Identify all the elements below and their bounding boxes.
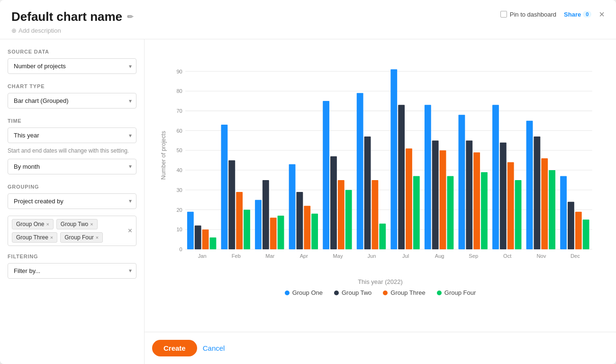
tag-group-four-label: Group Four bbox=[64, 234, 93, 241]
svg-rect-23 bbox=[202, 229, 209, 249]
by-select-wrapper: By month ▾ bbox=[8, 159, 136, 174]
svg-rect-39 bbox=[311, 214, 318, 249]
svg-rect-76 bbox=[560, 176, 567, 249]
tag-group-four-remove[interactable]: × bbox=[96, 235, 99, 240]
svg-rect-59 bbox=[447, 176, 453, 249]
svg-rect-66 bbox=[492, 105, 499, 249]
svg-text:Oct: Oct bbox=[503, 253, 512, 259]
svg-text:60: 60 bbox=[176, 128, 182, 134]
source-data-select[interactable]: Number of projects bbox=[8, 58, 136, 74]
bar-chart-svg: 0102030405060708090Number of projectsJan… bbox=[159, 49, 602, 276]
svg-text:May: May bbox=[333, 253, 343, 259]
tag-group-three: Group Three × bbox=[12, 232, 57, 243]
add-description-btn[interactable]: ⊕ Add description bbox=[11, 27, 133, 34]
svg-rect-63 bbox=[473, 152, 480, 249]
legend-dot-3 bbox=[437, 291, 442, 295]
svg-rect-24 bbox=[210, 237, 217, 249]
share-count-badge: 0 bbox=[583, 11, 591, 18]
svg-text:20: 20 bbox=[176, 207, 182, 213]
svg-text:Sep: Sep bbox=[469, 253, 478, 259]
modal-title-row: Default chart name ✏ bbox=[11, 9, 133, 24]
svg-rect-33 bbox=[270, 218, 277, 249]
svg-rect-38 bbox=[304, 206, 310, 249]
time-select-wrapper: This year ▾ bbox=[8, 127, 136, 143]
svg-rect-61 bbox=[458, 115, 465, 249]
svg-rect-49 bbox=[379, 224, 386, 249]
svg-rect-67 bbox=[500, 143, 507, 249]
tag-group-three-label: Group Three bbox=[16, 234, 48, 241]
svg-text:Jun: Jun bbox=[368, 253, 376, 259]
modal-body: SOURCE DATA Number of projects ▾ CHART T… bbox=[0, 39, 616, 364]
svg-rect-31 bbox=[255, 200, 262, 249]
legend-label-3: Group Four bbox=[444, 289, 476, 296]
tag-group-two-label: Group Two bbox=[61, 221, 88, 228]
svg-rect-51 bbox=[390, 69, 397, 249]
svg-rect-73 bbox=[541, 158, 548, 249]
svg-rect-53 bbox=[406, 148, 412, 249]
legend-dot-1 bbox=[334, 291, 339, 295]
source-data-select-wrapper: Number of projects ▾ bbox=[8, 58, 136, 74]
chart-type-select[interactable]: Bar chart (Grouped) bbox=[8, 93, 136, 109]
svg-rect-28 bbox=[236, 192, 243, 249]
svg-rect-34 bbox=[278, 216, 284, 249]
svg-rect-26 bbox=[221, 125, 228, 249]
svg-rect-78 bbox=[575, 212, 582, 249]
modal-footer: Create Cancel bbox=[145, 332, 616, 364]
pin-dashboard-label[interactable]: Pin to dashboard bbox=[500, 11, 556, 18]
sidebar: SOURCE DATA Number of projects ▾ CHART T… bbox=[0, 39, 145, 364]
header-left: Default chart name ✏ ⊕ Add description bbox=[11, 9, 133, 34]
tag-group-three-remove[interactable]: × bbox=[50, 235, 53, 240]
svg-rect-48 bbox=[372, 180, 379, 249]
svg-rect-44 bbox=[345, 190, 352, 249]
legend-dot-0 bbox=[285, 291, 290, 295]
modal-container: Default chart name ✏ ⊕ Add description P… bbox=[0, 0, 616, 364]
chart-x-title: This year (2022) bbox=[358, 278, 403, 285]
grouping-select[interactable]: Project created by bbox=[8, 193, 136, 209]
by-select[interactable]: By month bbox=[8, 159, 136, 174]
svg-text:Aug: Aug bbox=[435, 253, 444, 259]
legend-item-group-four: Group Four bbox=[437, 289, 476, 296]
tag-group-two-remove[interactable]: × bbox=[90, 221, 93, 227]
svg-rect-22 bbox=[195, 226, 201, 249]
svg-rect-56 bbox=[425, 105, 431, 249]
legend-label-0: Group One bbox=[292, 289, 323, 296]
svg-text:40: 40 bbox=[176, 167, 182, 173]
legend-label-1: Group Two bbox=[342, 289, 371, 296]
svg-text:Feb: Feb bbox=[232, 253, 241, 259]
header-right: Pin to dashboard Share 0 × bbox=[500, 9, 605, 19]
svg-text:50: 50 bbox=[176, 147, 182, 153]
create-button[interactable]: Create bbox=[152, 340, 197, 356]
svg-rect-41 bbox=[323, 101, 329, 249]
svg-rect-36 bbox=[289, 164, 296, 249]
filter-select[interactable]: Filter by... bbox=[8, 263, 136, 279]
svg-rect-72 bbox=[534, 136, 540, 249]
svg-text:Number of projects: Number of projects bbox=[160, 131, 167, 180]
tag-group-one: Group One × bbox=[12, 219, 54, 229]
edit-title-icon[interactable]: ✏ bbox=[127, 12, 133, 21]
tags-container: Group One × Group Two × Group Three × Gr… bbox=[8, 216, 136, 246]
svg-rect-62 bbox=[466, 140, 472, 249]
filtering-label: FILTERING bbox=[8, 254, 136, 259]
svg-rect-68 bbox=[507, 162, 514, 249]
time-label: TIME bbox=[8, 118, 136, 124]
svg-text:Mar: Mar bbox=[265, 253, 274, 259]
tag-group-one-remove[interactable]: × bbox=[46, 221, 49, 227]
share-button[interactable]: Share 0 bbox=[564, 11, 591, 18]
modal-header: Default chart name ✏ ⊕ Add description P… bbox=[0, 0, 616, 39]
time-select[interactable]: This year bbox=[8, 127, 136, 143]
svg-text:0: 0 bbox=[180, 246, 182, 252]
svg-rect-21 bbox=[187, 212, 194, 249]
pin-checkbox[interactable] bbox=[500, 11, 507, 18]
cancel-button[interactable]: Cancel bbox=[203, 344, 225, 352]
svg-text:70: 70 bbox=[176, 108, 182, 114]
legend-item-group-one: Group One bbox=[285, 289, 323, 296]
svg-rect-37 bbox=[297, 192, 303, 249]
close-button[interactable]: × bbox=[599, 9, 605, 19]
plus-icon: ⊕ bbox=[11, 27, 17, 34]
svg-rect-47 bbox=[364, 136, 371, 249]
chart-title: Default chart name bbox=[11, 9, 122, 24]
tags-clear-btn[interactable]: × bbox=[128, 227, 132, 235]
tag-group-four: Group Four × bbox=[60, 232, 103, 243]
svg-text:Nov: Nov bbox=[536, 253, 546, 259]
grouping-label: GROUPING bbox=[8, 184, 136, 190]
